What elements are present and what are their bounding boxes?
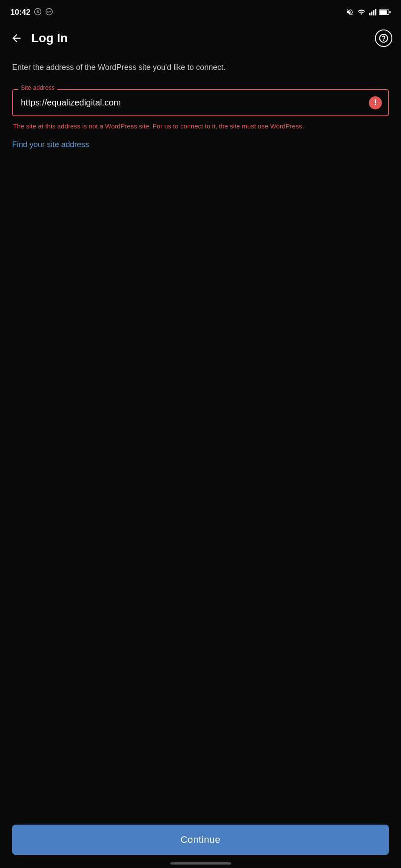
site-address-input[interactable] [12,89,389,116]
header-left: Log In [9,30,68,46]
mute-icon [345,8,354,16]
main-content: Enter the address of the WordPress site … [0,57,401,149]
status-app-icon-1: S [34,8,42,17]
site-address-field: Site address ! [12,89,389,116]
status-left: 10:42 S SY [10,8,53,17]
help-button[interactable] [375,30,392,47]
svg-rect-5 [371,12,372,16]
back-button[interactable] [9,30,24,46]
svg-rect-6 [373,10,374,16]
wifi-icon [357,8,366,16]
description-text: Enter the address of the WordPress site … [12,62,389,73]
svg-text:SY: SY [47,10,52,13]
status-right [345,8,391,16]
svg-rect-9 [380,10,387,14]
home-indicator [170,862,231,865]
svg-rect-10 [389,11,391,13]
continue-button-container: Continue [12,825,389,855]
svg-rect-4 [369,13,371,16]
status-bar: 10:42 S SY [0,0,401,23]
header: Log In [0,23,401,57]
svg-point-12 [384,40,384,40]
status-time: 10:42 [10,8,30,17]
svg-rect-7 [375,9,376,16]
find-site-address-link[interactable]: Find your site address [12,140,89,149]
error-indicator-button[interactable]: ! [369,96,382,109]
error-message: The site at this address is not a WordPr… [12,122,389,132]
status-app-icon-2: SY [45,8,53,17]
page-title: Log In [31,31,68,45]
svg-text:S: S [36,10,39,14]
site-address-label: Site address [18,84,57,91]
continue-button[interactable]: Continue [12,825,389,855]
error-icon: ! [369,96,382,109]
battery-icon [379,9,391,15]
signal-icon [369,8,377,16]
